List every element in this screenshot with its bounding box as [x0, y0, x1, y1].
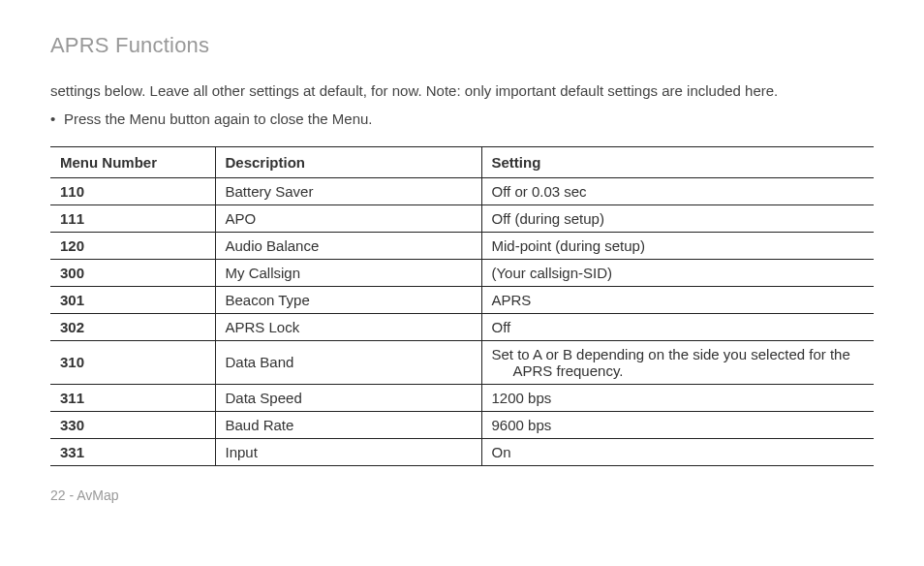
intro-paragraph: settings below. Leave all other settings…: [50, 79, 874, 102]
cell-setting: Off: [481, 313, 874, 340]
cell-description: APO: [215, 204, 481, 232]
cell-setting: 1200 bps: [481, 384, 874, 411]
cell-menu-number: 310: [50, 340, 215, 384]
cell-description: Battery Saver: [215, 177, 481, 204]
cell-setting: Mid-point (during setup): [481, 232, 874, 259]
cell-setting: Set to A or B depending on the side you …: [481, 340, 874, 384]
col-header-setting: Setting: [481, 146, 874, 177]
cell-menu-number: 300: [50, 259, 215, 286]
cell-setting: 9600 bps: [481, 411, 874, 438]
settings-table: Menu Number Description Setting 110Batte…: [50, 146, 874, 466]
page-title: APRS Functions: [50, 33, 874, 58]
cell-description: Data Speed: [215, 384, 481, 411]
table-row: 110Battery SaverOff or 0.03 sec: [50, 177, 874, 204]
cell-menu-number: 331: [50, 438, 215, 465]
table-row: 310Data BandSet to A or B depending on t…: [50, 340, 874, 384]
table-row: 331InputOn: [50, 438, 874, 465]
table-row: 330Baud Rate9600 bps: [50, 411, 874, 438]
cell-menu-number: 111: [50, 204, 215, 232]
col-header-menu: Menu Number: [50, 146, 215, 177]
table-row: 111APOOff (during setup): [50, 204, 874, 232]
cell-description: APRS Lock: [215, 313, 481, 340]
col-header-desc: Description: [215, 146, 481, 177]
bullet-dot: •: [50, 108, 64, 130]
table-row: 300My Callsign(Your callsign-SID): [50, 259, 874, 286]
cell-setting: APRS: [481, 286, 874, 313]
cell-menu-number: 120: [50, 232, 215, 259]
cell-setting: On: [481, 438, 874, 465]
table-row: 302APRS LockOff: [50, 313, 874, 340]
page-footer: 22 - AvMap: [50, 487, 874, 503]
cell-description: Data Band: [215, 340, 481, 384]
table-row: 120Audio BalanceMid-point (during setup): [50, 232, 874, 259]
cell-description: Beacon Type: [215, 286, 481, 313]
cell-description: Audio Balance: [215, 232, 481, 259]
table-row: 301Beacon TypeAPRS: [50, 286, 874, 313]
cell-menu-number: 330: [50, 411, 215, 438]
cell-setting: (Your callsign-SID): [481, 259, 874, 286]
table-header-row: Menu Number Description Setting: [50, 146, 874, 177]
bullet-text: Press the Menu button again to close the…: [64, 110, 373, 127]
cell-description: My Callsign: [215, 259, 481, 286]
cell-description: Input: [215, 438, 481, 465]
cell-description: Baud Rate: [215, 411, 481, 438]
cell-setting: Off or 0.03 sec: [481, 177, 874, 204]
cell-menu-number: 302: [50, 313, 215, 340]
cell-menu-number: 110: [50, 177, 215, 204]
bullet-line: •Press the Menu button again to close th…: [50, 108, 874, 130]
cell-menu-number: 311: [50, 384, 215, 411]
cell-setting: Off (during setup): [481, 204, 874, 232]
cell-menu-number: 301: [50, 286, 215, 313]
document-page: APRS Functions settings below. Leave all…: [0, 0, 924, 522]
table-row: 311Data Speed1200 bps: [50, 384, 874, 411]
